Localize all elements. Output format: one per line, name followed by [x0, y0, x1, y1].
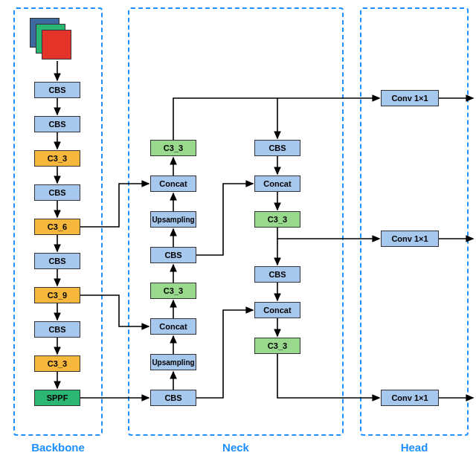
bb-cbs-1: CBS: [34, 82, 80, 98]
bb-c3-3a: C3_3: [34, 150, 80, 167]
input-image-stack: [30, 18, 71, 59]
nk2-c3-top: C3_3: [254, 211, 300, 228]
head-section: Head: [360, 7, 469, 436]
backbone-label: Backbone: [31, 441, 85, 454]
nk-cbs-bot: CBS: [150, 390, 196, 406]
bb-c3-3b: C3_3: [34, 355, 80, 372]
hd-conv-2: Conv 1×1: [381, 231, 439, 247]
bb-cbs-2: CBS: [34, 116, 80, 132]
bb-cbs-3: CBS: [34, 184, 80, 201]
neck-label: Neck: [222, 441, 249, 454]
nk-ups-mid: Upsampling: [150, 211, 196, 228]
nk2-concat-top: Concat: [254, 175, 300, 192]
nk2-c3-bot: C3_3: [254, 338, 300, 354]
nk2-cbs-bot: CBS: [254, 266, 300, 283]
head-label: Head: [401, 441, 428, 454]
nk-concat-bot: Concat: [150, 318, 196, 335]
hd-conv-1: Conv 1×1: [381, 90, 439, 106]
bb-c3-6: C3_6: [34, 219, 80, 235]
bb-cbs-5: CBS: [34, 321, 80, 338]
nk-c3-mid: C3_3: [150, 283, 196, 299]
nk2-concat-bot: Concat: [254, 302, 300, 318]
hd-conv-3: Conv 1×1: [381, 390, 439, 406]
nk-concat-mid: Concat: [150, 175, 196, 192]
nk2-cbs-top: CBS: [254, 140, 300, 156]
nk-c3-top: C3_3: [150, 140, 196, 156]
bb-c3-9: C3_9: [34, 287, 80, 303]
nk-ups-bot: Upsampling: [150, 354, 196, 370]
bb-cbs-4: CBS: [34, 253, 80, 269]
nk-cbs-mid: CBS: [150, 247, 196, 263]
diagram-canvas: Backbone Neck Head CBS CBS C3_3 CBS C3_6…: [0, 0, 476, 467]
bb-sppf: SPPF: [34, 390, 80, 406]
